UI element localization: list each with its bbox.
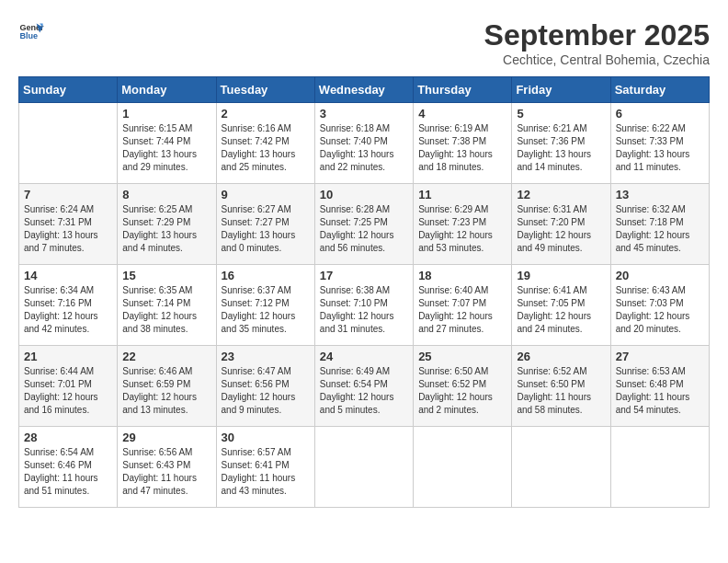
day-info: Sunrise: 6:31 AM Sunset: 7:20 PM Dayligh… bbox=[517, 203, 605, 255]
calendar-cell bbox=[19, 103, 118, 184]
day-number: 17 bbox=[320, 269, 408, 282]
day-number: 15 bbox=[122, 269, 210, 282]
calendar-cell: 21Sunrise: 6:44 AM Sunset: 7:01 PM Dayli… bbox=[19, 346, 118, 427]
calendar-cell: 8Sunrise: 6:25 AM Sunset: 7:29 PM Daylig… bbox=[118, 184, 216, 265]
calendar-cell bbox=[610, 427, 709, 508]
calendar-cell: 28Sunrise: 6:54 AM Sunset: 6:46 PM Dayli… bbox=[19, 427, 118, 508]
day-info: Sunrise: 6:16 AM Sunset: 7:42 PM Dayligh… bbox=[222, 122, 310, 174]
day-header-wednesday: Wednesday bbox=[314, 77, 413, 103]
calendar-cell bbox=[512, 427, 610, 508]
day-number: 7 bbox=[24, 188, 112, 201]
calendar-cell: 20Sunrise: 6:43 AM Sunset: 7:03 PM Dayli… bbox=[610, 265, 709, 346]
day-number: 28 bbox=[24, 431, 112, 444]
day-number: 27 bbox=[616, 350, 704, 363]
day-number: 22 bbox=[122, 350, 210, 363]
day-number: 21 bbox=[24, 350, 112, 363]
calendar-week-row: 1Sunrise: 6:15 AM Sunset: 7:44 PM Daylig… bbox=[19, 103, 710, 184]
day-number: 24 bbox=[320, 350, 408, 363]
calendar-cell: 6Sunrise: 6:22 AM Sunset: 7:33 PM Daylig… bbox=[610, 103, 709, 184]
calendar-cell bbox=[414, 427, 512, 508]
day-info: Sunrise: 6:56 AM Sunset: 6:43 PM Dayligh… bbox=[122, 446, 210, 498]
day-number: 30 bbox=[222, 431, 310, 444]
day-info: Sunrise: 6:28 AM Sunset: 7:25 PM Dayligh… bbox=[320, 203, 408, 255]
day-info: Sunrise: 6:40 AM Sunset: 7:07 PM Dayligh… bbox=[418, 284, 506, 336]
calendar-cell: 29Sunrise: 6:56 AM Sunset: 6:43 PM Dayli… bbox=[118, 427, 216, 508]
calendar-cell: 11Sunrise: 6:29 AM Sunset: 7:23 PM Dayli… bbox=[414, 184, 512, 265]
calendar-cell: 3Sunrise: 6:18 AM Sunset: 7:40 PM Daylig… bbox=[314, 103, 413, 184]
day-info: Sunrise: 6:37 AM Sunset: 7:12 PM Dayligh… bbox=[222, 284, 310, 336]
day-info: Sunrise: 6:24 AM Sunset: 7:31 PM Dayligh… bbox=[24, 203, 112, 255]
day-info: Sunrise: 6:53 AM Sunset: 6:48 PM Dayligh… bbox=[616, 365, 704, 417]
day-number: 4 bbox=[418, 107, 506, 121]
day-info: Sunrise: 6:35 AM Sunset: 7:14 PM Dayligh… bbox=[122, 284, 210, 336]
day-header-friday: Friday bbox=[512, 77, 610, 103]
day-number: 25 bbox=[418, 350, 506, 363]
day-number: 16 bbox=[222, 269, 310, 282]
day-info: Sunrise: 6:54 AM Sunset: 6:46 PM Dayligh… bbox=[24, 446, 112, 498]
calendar-cell: 2Sunrise: 6:16 AM Sunset: 7:42 PM Daylig… bbox=[216, 103, 314, 184]
calendar-cell: 22Sunrise: 6:46 AM Sunset: 6:59 PM Dayli… bbox=[118, 346, 216, 427]
calendar-week-row: 28Sunrise: 6:54 AM Sunset: 6:46 PM Dayli… bbox=[19, 427, 710, 508]
logo-icon: General Blue bbox=[18, 18, 44, 44]
day-number: 29 bbox=[122, 431, 210, 444]
day-info: Sunrise: 6:41 AM Sunset: 7:05 PM Dayligh… bbox=[517, 284, 605, 336]
day-number: 6 bbox=[616, 107, 704, 121]
day-number: 13 bbox=[616, 188, 704, 201]
day-number: 19 bbox=[517, 269, 605, 282]
calendar-cell: 4Sunrise: 6:19 AM Sunset: 7:38 PM Daylig… bbox=[414, 103, 512, 184]
day-number: 20 bbox=[616, 269, 704, 282]
day-info: Sunrise: 6:15 AM Sunset: 7:44 PM Dayligh… bbox=[122, 122, 210, 174]
calendar-week-row: 7Sunrise: 6:24 AM Sunset: 7:31 PM Daylig… bbox=[19, 184, 710, 265]
subtitle: Cechtice, Central Bohemia, Czechia bbox=[484, 52, 710, 67]
calendar-cell: 7Sunrise: 6:24 AM Sunset: 7:31 PM Daylig… bbox=[19, 184, 118, 265]
calendar-cell: 27Sunrise: 6:53 AM Sunset: 6:48 PM Dayli… bbox=[610, 346, 709, 427]
svg-text:Blue: Blue bbox=[19, 31, 38, 40]
day-info: Sunrise: 6:25 AM Sunset: 7:29 PM Dayligh… bbox=[122, 203, 210, 255]
day-info: Sunrise: 6:21 AM Sunset: 7:36 PM Dayligh… bbox=[517, 122, 605, 174]
day-info: Sunrise: 6:57 AM Sunset: 6:41 PM Dayligh… bbox=[222, 446, 310, 498]
calendar-cell: 23Sunrise: 6:47 AM Sunset: 6:56 PM Dayli… bbox=[216, 346, 314, 427]
day-number: 3 bbox=[320, 107, 408, 121]
day-info: Sunrise: 6:38 AM Sunset: 7:10 PM Dayligh… bbox=[320, 284, 408, 336]
day-number: 1 bbox=[122, 107, 210, 121]
header: General Blue September 2025 Cechtice, Ce… bbox=[18, 18, 710, 67]
calendar-cell: 16Sunrise: 6:37 AM Sunset: 7:12 PM Dayli… bbox=[216, 265, 314, 346]
day-header-saturday: Saturday bbox=[610, 77, 709, 103]
day-info: Sunrise: 6:46 AM Sunset: 6:59 PM Dayligh… bbox=[122, 365, 210, 417]
day-info: Sunrise: 6:44 AM Sunset: 7:01 PM Dayligh… bbox=[24, 365, 112, 417]
day-info: Sunrise: 6:47 AM Sunset: 6:56 PM Dayligh… bbox=[222, 365, 310, 417]
day-info: Sunrise: 6:27 AM Sunset: 7:27 PM Dayligh… bbox=[222, 203, 310, 255]
day-info: Sunrise: 6:29 AM Sunset: 7:23 PM Dayligh… bbox=[418, 203, 506, 255]
day-number: 8 bbox=[122, 188, 210, 201]
month-title: September 2025 bbox=[484, 18, 710, 52]
logo: General Blue bbox=[18, 18, 44, 44]
calendar-cell: 26Sunrise: 6:52 AM Sunset: 6:50 PM Dayli… bbox=[512, 346, 610, 427]
calendar-cell bbox=[314, 427, 413, 508]
day-number: 23 bbox=[222, 350, 310, 363]
day-number: 10 bbox=[320, 188, 408, 201]
calendar-cell: 12Sunrise: 6:31 AM Sunset: 7:20 PM Dayli… bbox=[512, 184, 610, 265]
calendar-cell: 30Sunrise: 6:57 AM Sunset: 6:41 PM Dayli… bbox=[216, 427, 314, 508]
day-info: Sunrise: 6:43 AM Sunset: 7:03 PM Dayligh… bbox=[616, 284, 704, 336]
calendar-cell: 18Sunrise: 6:40 AM Sunset: 7:07 PM Dayli… bbox=[414, 265, 512, 346]
day-header-monday: Monday bbox=[118, 77, 216, 103]
calendar-cell: 25Sunrise: 6:50 AM Sunset: 6:52 PM Dayli… bbox=[414, 346, 512, 427]
day-number: 11 bbox=[418, 188, 506, 201]
calendar-cell: 10Sunrise: 6:28 AM Sunset: 7:25 PM Dayli… bbox=[314, 184, 413, 265]
calendar-cell: 14Sunrise: 6:34 AM Sunset: 7:16 PM Dayli… bbox=[19, 265, 118, 346]
day-number: 18 bbox=[418, 269, 506, 282]
day-number: 9 bbox=[222, 188, 310, 201]
day-header-thursday: Thursday bbox=[414, 77, 512, 103]
day-info: Sunrise: 6:52 AM Sunset: 6:50 PM Dayligh… bbox=[517, 365, 605, 417]
calendar-week-row: 21Sunrise: 6:44 AM Sunset: 7:01 PM Dayli… bbox=[19, 346, 710, 427]
day-header-tuesday: Tuesday bbox=[216, 77, 314, 103]
calendar-cell: 13Sunrise: 6:32 AM Sunset: 7:18 PM Dayli… bbox=[610, 184, 709, 265]
day-info: Sunrise: 6:18 AM Sunset: 7:40 PM Dayligh… bbox=[320, 122, 408, 174]
calendar-week-row: 14Sunrise: 6:34 AM Sunset: 7:16 PM Dayli… bbox=[19, 265, 710, 346]
day-info: Sunrise: 6:50 AM Sunset: 6:52 PM Dayligh… bbox=[418, 365, 506, 417]
day-number: 2 bbox=[222, 107, 310, 121]
day-number: 14 bbox=[24, 269, 112, 282]
calendar: SundayMondayTuesdayWednesdayThursdayFrid… bbox=[18, 76, 710, 508]
calendar-cell: 17Sunrise: 6:38 AM Sunset: 7:10 PM Dayli… bbox=[314, 265, 413, 346]
day-number: 26 bbox=[517, 350, 605, 363]
